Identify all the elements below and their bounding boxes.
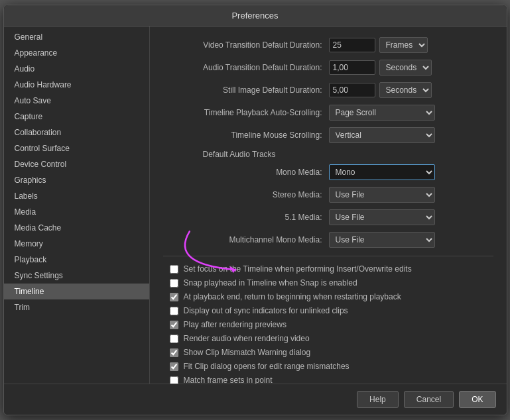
checkboxes-container: Set focus on the Timeline when performin… xyxy=(163,264,493,384)
mono-media-label: Mono Media: xyxy=(163,168,329,177)
checkbox-label-cb3[interactable]: At playback end, return to beginning whe… xyxy=(184,292,401,301)
timeline-mouse-row: Timeline Mouse Scrolling: Vertical Horiz… xyxy=(163,127,493,143)
video-transition-input[interactable] xyxy=(329,38,375,52)
checkbox-label-cb5[interactable]: Play after rendering previews xyxy=(184,320,287,329)
multichannel-media-label: Multichannel Mono Media: xyxy=(163,235,329,244)
checkbox-row-cb9: Match frame sets in point xyxy=(163,376,493,384)
timeline-mouse-select[interactable]: Vertical Horizontal xyxy=(329,127,435,143)
checkbox-label-cb7[interactable]: Show Clip Mismatch Warning dialog xyxy=(184,348,311,357)
checkbox-label-cb8[interactable]: Fit Clip dialog opens for edit range mis… xyxy=(184,362,350,371)
stereo-media-label: Stereo Media: xyxy=(163,190,329,199)
timeline-mouse-label: Timeline Mouse Scrolling: xyxy=(163,131,329,140)
main-panel: Video Transition Default Duration: Frame… xyxy=(150,26,507,384)
multichannel-media-select[interactable]: Use File Mono Stereo xyxy=(329,232,435,248)
stereo-media-row: Stereo Media: Use File Mono Stereo xyxy=(163,187,493,203)
still-image-row: Still Image Default Duration: Seconds xyxy=(163,82,493,98)
sidebar-item-device-control[interactable]: Device Control xyxy=(4,156,149,172)
sidebar-item-general[interactable]: General xyxy=(4,29,149,45)
audio-transition-unit-select[interactable]: Seconds xyxy=(379,60,432,76)
checkbox-row-cb1: Set focus on the Timeline when performin… xyxy=(163,264,493,274)
still-image-label: Still Image Default Duration: xyxy=(163,85,329,95)
checkbox-cb2[interactable] xyxy=(170,279,178,288)
divider xyxy=(163,256,493,256)
checkbox-row-cb3: At playback end, return to beginning whe… xyxy=(163,292,493,301)
mono-media-row: Mono Media: Mono Stereo 5.1 Use File xyxy=(163,164,493,180)
checkbox-row-cb4: Display out of sync indicators for unlin… xyxy=(163,306,493,315)
timeline-playback-label: Timeline Playback Auto-Scrolling: xyxy=(163,108,329,117)
default-audio-tracks-label: Default Audio Tracks xyxy=(203,150,493,159)
checkbox-row-cb8: Fit Clip dialog opens for edit range mis… xyxy=(163,362,493,371)
sidebar-item-playback[interactable]: Playback xyxy=(4,252,149,268)
checkbox-cb3[interactable] xyxy=(170,293,178,301)
fivepone-media-select[interactable]: Use File Mono 5.1 xyxy=(329,209,435,225)
fivepone-media-label: 5.1 Media: xyxy=(163,213,329,222)
sidebar-item-labels[interactable]: Labels xyxy=(4,188,149,204)
checkbox-label-cb1[interactable]: Set focus on the Timeline when performin… xyxy=(184,264,412,274)
sidebar-item-auto-save[interactable]: Auto Save xyxy=(4,93,149,109)
still-image-unit-select[interactable]: Seconds xyxy=(379,82,432,98)
sidebar-item-graphics[interactable]: Graphics xyxy=(4,172,149,188)
ok-button[interactable]: OK xyxy=(459,391,495,408)
checkbox-cb1[interactable] xyxy=(170,265,178,274)
checkbox-label-cb9[interactable]: Match frame sets in point xyxy=(184,376,273,384)
checkbox-cb7[interactable] xyxy=(170,348,178,357)
checkbox-label-cb2[interactable]: Snap playhead in Timeline when Snap is e… xyxy=(184,278,357,288)
audio-transition-label: Audio Transition Default Duration: xyxy=(163,63,329,72)
sidebar-item-media[interactable]: Media xyxy=(4,204,149,220)
cancel-button[interactable]: Cancel xyxy=(404,391,454,408)
audio-transition-row: Audio Transition Default Duration: Secon… xyxy=(163,60,493,76)
sidebar-item-appearance[interactable]: Appearance xyxy=(4,45,149,61)
multichannel-media-row: Multichannel Mono Media: Use File Mono S… xyxy=(163,232,493,248)
sidebar-item-capture[interactable]: Capture xyxy=(4,109,149,125)
sidebar-item-timeline[interactable]: Timeline xyxy=(4,284,149,299)
checkbox-cb9[interactable] xyxy=(170,376,178,384)
sidebar-item-memory[interactable]: Memory xyxy=(4,236,149,252)
checkbox-cb6[interactable] xyxy=(170,335,178,343)
checkbox-label-cb4[interactable]: Display out of sync indicators for unlin… xyxy=(184,306,348,315)
checkbox-cb8[interactable] xyxy=(170,362,178,371)
footer: Help Cancel OK xyxy=(4,384,507,415)
checkbox-row-cb2: Snap playhead in Timeline when Snap is e… xyxy=(163,278,493,288)
video-transition-row: Video Transition Default Duration: Frame… xyxy=(163,37,493,53)
mono-media-select[interactable]: Mono Stereo 5.1 Use File xyxy=(329,164,435,180)
still-image-input[interactable] xyxy=(329,83,375,97)
stereo-media-select[interactable]: Use File Mono Stereo xyxy=(329,187,435,203)
sidebar-item-audio[interactable]: Audio xyxy=(4,61,149,77)
checkbox-row-cb5: Play after rendering previews xyxy=(163,320,493,329)
video-transition-label: Video Transition Default Duration: xyxy=(163,40,329,50)
audio-transition-input[interactable] xyxy=(329,60,375,75)
timeline-playback-select[interactable]: Page Scroll Smooth Scroll No Scroll xyxy=(329,105,435,121)
sidebar-item-sync-settings[interactable]: Sync Settings xyxy=(4,268,149,284)
sidebar: GeneralAppearanceAudioAudio HardwareAuto… xyxy=(4,26,150,384)
content-area: GeneralAppearanceAudioAudio HardwareAuto… xyxy=(4,26,507,384)
checkbox-label-cb6[interactable]: Render audio when rendering video xyxy=(184,334,310,343)
checkbox-cb5[interactable] xyxy=(170,321,178,329)
video-transition-unit-select[interactable]: Frames xyxy=(379,37,428,53)
checkbox-row-cb7: Show Clip Mismatch Warning dialog xyxy=(163,348,493,357)
sidebar-item-control-surface[interactable]: Control Surface xyxy=(4,140,149,156)
checkbox-cb4[interactable] xyxy=(170,307,178,315)
sidebar-item-trim[interactable]: Trim xyxy=(4,299,149,315)
dialog-title: Preferences xyxy=(4,5,507,26)
sidebar-item-collaboration[interactable]: Collaboration xyxy=(4,125,149,140)
sidebar-item-media-cache[interactable]: Media Cache xyxy=(4,220,149,236)
sidebar-item-audio-hardware[interactable]: Audio Hardware xyxy=(4,77,149,93)
timeline-playback-row: Timeline Playback Auto-Scrolling: Page S… xyxy=(163,105,493,121)
preferences-dialog: Preferences GeneralAppearanceAudioAudio … xyxy=(3,5,507,415)
help-button[interactable]: Help xyxy=(357,391,399,408)
checkbox-row-cb6: Render audio when rendering video xyxy=(163,334,493,343)
fivepone-media-row: 5.1 Media: Use File Mono 5.1 xyxy=(163,209,493,225)
